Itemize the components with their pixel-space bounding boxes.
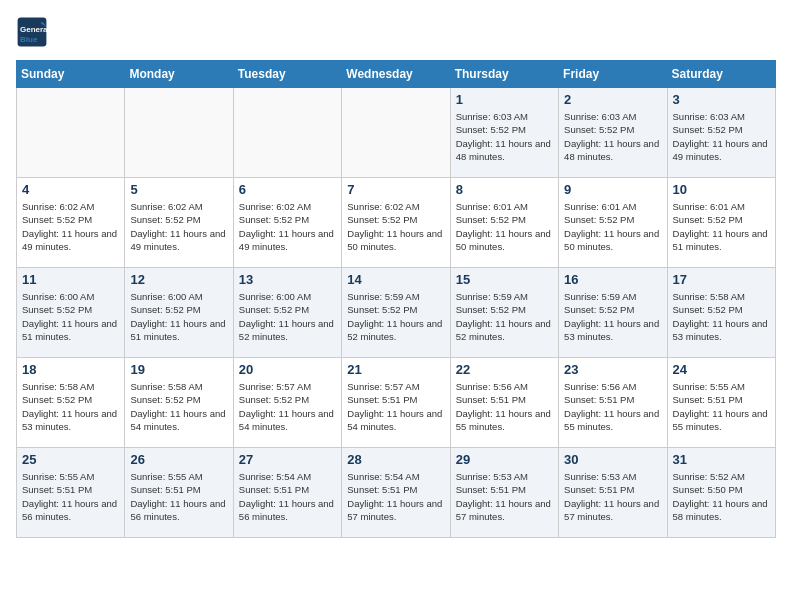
day-number: 19 bbox=[130, 362, 227, 377]
calendar-week-4: 18Sunrise: 5:58 AMSunset: 5:52 PMDayligh… bbox=[17, 358, 776, 448]
day-number: 7 bbox=[347, 182, 444, 197]
calendar-cell: 7Sunrise: 6:02 AMSunset: 5:52 PMDaylight… bbox=[342, 178, 450, 268]
day-info: Sunrise: 6:03 AMSunset: 5:52 PMDaylight:… bbox=[564, 110, 661, 163]
calendar-cell: 16Sunrise: 5:59 AMSunset: 5:52 PMDayligh… bbox=[559, 268, 667, 358]
calendar-cell: 25Sunrise: 5:55 AMSunset: 5:51 PMDayligh… bbox=[17, 448, 125, 538]
calendar-cell bbox=[17, 88, 125, 178]
day-number: 23 bbox=[564, 362, 661, 377]
column-header-friday: Friday bbox=[559, 61, 667, 88]
day-number: 22 bbox=[456, 362, 553, 377]
day-info: Sunrise: 6:01 AMSunset: 5:52 PMDaylight:… bbox=[673, 200, 770, 253]
calendar-week-2: 4Sunrise: 6:02 AMSunset: 5:52 PMDaylight… bbox=[17, 178, 776, 268]
calendar-cell: 13Sunrise: 6:00 AMSunset: 5:52 PMDayligh… bbox=[233, 268, 341, 358]
calendar-cell: 22Sunrise: 5:56 AMSunset: 5:51 PMDayligh… bbox=[450, 358, 558, 448]
calendar-cell: 1Sunrise: 6:03 AMSunset: 5:52 PMDaylight… bbox=[450, 88, 558, 178]
day-info: Sunrise: 5:58 AMSunset: 5:52 PMDaylight:… bbox=[673, 290, 770, 343]
day-info: Sunrise: 5:57 AMSunset: 5:51 PMDaylight:… bbox=[347, 380, 444, 433]
calendar-cell: 3Sunrise: 6:03 AMSunset: 5:52 PMDaylight… bbox=[667, 88, 775, 178]
calendar-cell: 11Sunrise: 6:00 AMSunset: 5:52 PMDayligh… bbox=[17, 268, 125, 358]
day-info: Sunrise: 5:54 AMSunset: 5:51 PMDaylight:… bbox=[239, 470, 336, 523]
day-number: 11 bbox=[22, 272, 119, 287]
calendar-cell: 15Sunrise: 5:59 AMSunset: 5:52 PMDayligh… bbox=[450, 268, 558, 358]
logo: General Blue bbox=[16, 16, 52, 48]
day-number: 17 bbox=[673, 272, 770, 287]
calendar-cell: 18Sunrise: 5:58 AMSunset: 5:52 PMDayligh… bbox=[17, 358, 125, 448]
day-info: Sunrise: 6:02 AMSunset: 5:52 PMDaylight:… bbox=[347, 200, 444, 253]
calendar-cell: 2Sunrise: 6:03 AMSunset: 5:52 PMDaylight… bbox=[559, 88, 667, 178]
svg-text:General: General bbox=[20, 25, 48, 34]
day-number: 13 bbox=[239, 272, 336, 287]
day-number: 26 bbox=[130, 452, 227, 467]
column-header-monday: Monday bbox=[125, 61, 233, 88]
day-info: Sunrise: 6:00 AMSunset: 5:52 PMDaylight:… bbox=[130, 290, 227, 343]
day-info: Sunrise: 6:03 AMSunset: 5:52 PMDaylight:… bbox=[673, 110, 770, 163]
calendar-cell: 10Sunrise: 6:01 AMSunset: 5:52 PMDayligh… bbox=[667, 178, 775, 268]
calendar-cell: 12Sunrise: 6:00 AMSunset: 5:52 PMDayligh… bbox=[125, 268, 233, 358]
calendar-cell: 17Sunrise: 5:58 AMSunset: 5:52 PMDayligh… bbox=[667, 268, 775, 358]
day-info: Sunrise: 5:59 AMSunset: 5:52 PMDaylight:… bbox=[347, 290, 444, 343]
day-number: 18 bbox=[22, 362, 119, 377]
day-info: Sunrise: 5:53 AMSunset: 5:51 PMDaylight:… bbox=[564, 470, 661, 523]
day-info: Sunrise: 5:58 AMSunset: 5:52 PMDaylight:… bbox=[130, 380, 227, 433]
calendar-cell: 28Sunrise: 5:54 AMSunset: 5:51 PMDayligh… bbox=[342, 448, 450, 538]
day-number: 8 bbox=[456, 182, 553, 197]
day-number: 30 bbox=[564, 452, 661, 467]
day-number: 12 bbox=[130, 272, 227, 287]
day-number: 21 bbox=[347, 362, 444, 377]
calendar-cell: 26Sunrise: 5:55 AMSunset: 5:51 PMDayligh… bbox=[125, 448, 233, 538]
calendar-cell: 23Sunrise: 5:56 AMSunset: 5:51 PMDayligh… bbox=[559, 358, 667, 448]
svg-text:Blue: Blue bbox=[20, 35, 38, 44]
day-info: Sunrise: 5:53 AMSunset: 5:51 PMDaylight:… bbox=[456, 470, 553, 523]
day-info: Sunrise: 6:01 AMSunset: 5:52 PMDaylight:… bbox=[456, 200, 553, 253]
day-info: Sunrise: 6:02 AMSunset: 5:52 PMDaylight:… bbox=[130, 200, 227, 253]
day-number: 20 bbox=[239, 362, 336, 377]
day-info: Sunrise: 6:00 AMSunset: 5:52 PMDaylight:… bbox=[239, 290, 336, 343]
day-number: 16 bbox=[564, 272, 661, 287]
column-header-tuesday: Tuesday bbox=[233, 61, 341, 88]
day-info: Sunrise: 6:03 AMSunset: 5:52 PMDaylight:… bbox=[456, 110, 553, 163]
calendar-cell: 31Sunrise: 5:52 AMSunset: 5:50 PMDayligh… bbox=[667, 448, 775, 538]
day-number: 3 bbox=[673, 92, 770, 107]
day-number: 14 bbox=[347, 272, 444, 287]
calendar-week-5: 25Sunrise: 5:55 AMSunset: 5:51 PMDayligh… bbox=[17, 448, 776, 538]
day-info: Sunrise: 5:58 AMSunset: 5:52 PMDaylight:… bbox=[22, 380, 119, 433]
day-number: 15 bbox=[456, 272, 553, 287]
day-info: Sunrise: 5:59 AMSunset: 5:52 PMDaylight:… bbox=[564, 290, 661, 343]
day-number: 29 bbox=[456, 452, 553, 467]
day-info: Sunrise: 6:01 AMSunset: 5:52 PMDaylight:… bbox=[564, 200, 661, 253]
page-header: General Blue bbox=[16, 16, 776, 48]
day-info: Sunrise: 5:52 AMSunset: 5:50 PMDaylight:… bbox=[673, 470, 770, 523]
calendar-cell: 8Sunrise: 6:01 AMSunset: 5:52 PMDaylight… bbox=[450, 178, 558, 268]
day-number: 25 bbox=[22, 452, 119, 467]
calendar-cell: 9Sunrise: 6:01 AMSunset: 5:52 PMDaylight… bbox=[559, 178, 667, 268]
calendar-cell bbox=[342, 88, 450, 178]
day-number: 5 bbox=[130, 182, 227, 197]
calendar-cell: 19Sunrise: 5:58 AMSunset: 5:52 PMDayligh… bbox=[125, 358, 233, 448]
day-info: Sunrise: 5:56 AMSunset: 5:51 PMDaylight:… bbox=[564, 380, 661, 433]
calendar-cell bbox=[233, 88, 341, 178]
day-number: 27 bbox=[239, 452, 336, 467]
day-number: 2 bbox=[564, 92, 661, 107]
day-info: Sunrise: 5:55 AMSunset: 5:51 PMDaylight:… bbox=[22, 470, 119, 523]
calendar-cell bbox=[125, 88, 233, 178]
calendar-cell: 5Sunrise: 6:02 AMSunset: 5:52 PMDaylight… bbox=[125, 178, 233, 268]
calendar-table: SundayMondayTuesdayWednesdayThursdayFrid… bbox=[16, 60, 776, 538]
calendar-cell: 6Sunrise: 6:02 AMSunset: 5:52 PMDaylight… bbox=[233, 178, 341, 268]
column-header-saturday: Saturday bbox=[667, 61, 775, 88]
column-header-sunday: Sunday bbox=[17, 61, 125, 88]
day-number: 24 bbox=[673, 362, 770, 377]
day-number: 9 bbox=[564, 182, 661, 197]
calendar-cell: 20Sunrise: 5:57 AMSunset: 5:52 PMDayligh… bbox=[233, 358, 341, 448]
calendar-cell: 30Sunrise: 5:53 AMSunset: 5:51 PMDayligh… bbox=[559, 448, 667, 538]
calendar-cell: 14Sunrise: 5:59 AMSunset: 5:52 PMDayligh… bbox=[342, 268, 450, 358]
day-info: Sunrise: 5:55 AMSunset: 5:51 PMDaylight:… bbox=[673, 380, 770, 433]
logo-icon: General Blue bbox=[16, 16, 48, 48]
day-number: 6 bbox=[239, 182, 336, 197]
day-info: Sunrise: 6:02 AMSunset: 5:52 PMDaylight:… bbox=[239, 200, 336, 253]
calendar-week-1: 1Sunrise: 6:03 AMSunset: 5:52 PMDaylight… bbox=[17, 88, 776, 178]
day-info: Sunrise: 6:00 AMSunset: 5:52 PMDaylight:… bbox=[22, 290, 119, 343]
day-info: Sunrise: 5:59 AMSunset: 5:52 PMDaylight:… bbox=[456, 290, 553, 343]
calendar-header-row: SundayMondayTuesdayWednesdayThursdayFrid… bbox=[17, 61, 776, 88]
calendar-cell: 27Sunrise: 5:54 AMSunset: 5:51 PMDayligh… bbox=[233, 448, 341, 538]
day-info: Sunrise: 5:55 AMSunset: 5:51 PMDaylight:… bbox=[130, 470, 227, 523]
